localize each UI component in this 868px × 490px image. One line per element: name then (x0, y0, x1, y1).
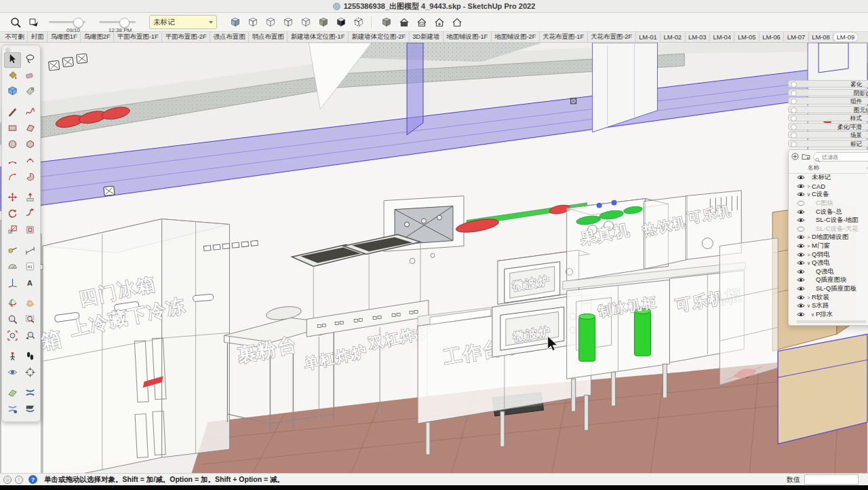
section-toggle[interactable] (791, 124, 797, 130)
shadow-toggle-button[interactable] (24, 14, 42, 31)
tag-row-Q弱电[interactable]: >Q弱电 (789, 250, 868, 259)
style-xray-button[interactable] (244, 14, 262, 31)
section-toggle[interactable] (791, 132, 797, 138)
geolocation-icon[interactable]: ◎ (3, 476, 12, 484)
dimension-tool[interactable] (22, 244, 39, 259)
push-pull-tool[interactable] (22, 191, 39, 206)
scene-tab-新建墙体定位图-2F[interactable]: 新建墙体定位图-2F (349, 32, 410, 42)
style-hidden-line-button[interactable] (297, 14, 315, 31)
visibility-eye-icon[interactable] (797, 209, 806, 215)
disclosure-expanded-icon[interactable]: ∨ (810, 312, 816, 318)
model-box-button[interactable] (378, 14, 395, 31)
3-point-arc-tool[interactable] (4, 170, 21, 186)
rotated-rectangle-tool[interactable] (22, 121, 39, 137)
add-tag-folder-button[interactable] (802, 151, 810, 163)
scene-tab-天花布置图-2F[interactable]: 天花布置图-2F (588, 32, 636, 42)
tray-section-组件[interactable]: 组件 (788, 97, 868, 105)
scene-tab-LM-01[interactable]: LM-01 (636, 33, 660, 41)
tray-section-样式[interactable]: 样式 (788, 114, 868, 121)
tags-name-header[interactable]: 名称 ^ (789, 164, 868, 174)
section-toggle[interactable] (791, 141, 797, 147)
tag-row-Q插座图块[interactable]: Q插座图块 (789, 276, 868, 285)
section-toggle[interactable] (791, 107, 797, 113)
section-fill-tool[interactable] (22, 402, 39, 418)
rotate-tool[interactable] (4, 207, 21, 223)
tray-section-柔化/平滑[interactable]: 柔化/平滑 (788, 123, 868, 130)
scene-tab-弱点布置图[interactable]: 弱点布置图 (249, 32, 288, 42)
tag-row-SL-C设备-地面[interactable]: SL-C设备-地面 (789, 216, 868, 225)
section-toggle[interactable] (791, 115, 797, 121)
section-cuts-tool[interactable] (4, 402, 21, 418)
tag-row-SL-Q插座面板[interactable]: SL-Q插座面板 (789, 284, 868, 293)
credits-icon[interactable]: i (15, 476, 23, 484)
axes-tool[interactable] (4, 276, 21, 292)
text-tool[interactable]: A1 (22, 260, 39, 276)
visibility-eye-icon[interactable] (797, 269, 806, 275)
tag-row-R软装[interactable]: >R软装 (789, 293, 868, 302)
disclosure-expanded-icon[interactable]: ∨ (806, 303, 812, 309)
3d-text-tool[interactable]: A (22, 276, 39, 292)
zoom-extents-tool[interactable] (4, 329, 21, 345)
look-around-tool[interactable] (4, 366, 21, 381)
scene-tab-LM-06[interactable]: LM-06 (760, 33, 784, 41)
zoom-tool-button[interactable] (7, 14, 24, 31)
2-point-arc-tool[interactable] (22, 154, 39, 170)
measurements-input[interactable] (804, 474, 859, 485)
visibility-eye-icon[interactable] (797, 234, 806, 240)
style-shaded-button[interactable] (315, 14, 332, 31)
tag-row-D地面铺设图[interactable]: >D地面铺设图 (789, 233, 868, 242)
disclosure-expanded-icon[interactable]: ∨ (806, 260, 812, 266)
move-tool[interactable] (4, 191, 21, 206)
scene-tab-新建墙体定位图-1F[interactable]: 新建墙体定位图-1F (288, 32, 349, 42)
tag-row-S水路[interactable]: ∨S水路 (789, 301, 868, 310)
scene-tab-LM-09[interactable]: LM-09 (833, 33, 857, 41)
visibility-eye-icon[interactable] (797, 243, 806, 249)
palette-close-dot[interactable] (5, 48, 10, 52)
scene-tab-平面布置图-2F[interactable]: 平面布置图-2F (162, 32, 210, 42)
tag-row-C设备[interactable]: ∨C设备 (789, 191, 868, 200)
shadow-time-slider[interactable]: 12:38 PM (99, 21, 136, 23)
follow-me-tool[interactable] (22, 207, 39, 223)
view-home-add-button[interactable] (431, 14, 448, 31)
tag-row-C设备-总[interactable]: C设备-总 (789, 208, 868, 216)
section-toggle[interactable] (791, 98, 797, 105)
tag-row-未标记[interactable]: 未标记 (789, 174, 868, 183)
scene-tab-地面铺设图-1F[interactable]: 地面铺设图-1F (443, 32, 492, 42)
view-home-roof-button[interactable] (413, 14, 431, 31)
tag-row-CAD[interactable]: >CAD (789, 182, 868, 191)
eraser-tool[interactable] (22, 69, 39, 84)
scene-tab-LM-05[interactable]: LM-05 (734, 33, 759, 41)
scale-tool[interactable] (4, 223, 21, 239)
tray-section-场景[interactable]: 场景 (788, 131, 868, 138)
scene-tab-封面[interactable]: 封面 (28, 32, 47, 42)
style-monochrome-button[interactable] (332, 14, 350, 31)
line-tool[interactable] (4, 105, 21, 121)
tape-measure-tool[interactable] (4, 244, 21, 259)
disclosure-collapsed-icon[interactable]: > (806, 295, 812, 301)
visibility-eye-icon[interactable] (797, 312, 806, 318)
tag-filter-input[interactable] (813, 152, 868, 162)
active-tag-dropdown[interactable]: 未标记 (149, 15, 217, 29)
tray-section-图元信息[interactable]: 图元信息 (788, 106, 868, 113)
visibility-eye-icon[interactable] (797, 252, 806, 258)
scene-tab-LM-02[interactable]: LM-02 (660, 33, 685, 41)
arc-tool[interactable] (4, 154, 21, 170)
pie-tool[interactable] (22, 170, 39, 186)
select-tool[interactable] (4, 52, 21, 68)
scene-tab-LM-08[interactable]: LM-08 (809, 33, 833, 41)
visibility-eye-icon[interactable] (797, 295, 806, 301)
tag-row-SL-C设备-天花[interactable]: SL-C设备-天花 (789, 225, 868, 233)
visibility-eye-icon[interactable] (797, 183, 806, 189)
view-home-outline-button[interactable] (448, 14, 466, 31)
visibility-eye-icon[interactable] (797, 303, 806, 309)
polygon-tool[interactable] (22, 138, 39, 153)
scene-tab-地面铺设图-2F[interactable]: 地面铺设图-2F (492, 32, 540, 42)
scene-tab-LM-04[interactable]: LM-04 (710, 33, 734, 41)
style-back-edges-button[interactable] (262, 14, 279, 31)
disclosure-collapsed-icon[interactable]: > (806, 252, 812, 258)
zoom-previous-tool[interactable] (22, 329, 39, 345)
tag-row-Q强电[interactable]: ∨Q强电 (789, 259, 868, 267)
model-canvas[interactable]: 四门冰箱 上冷藏下冷冻 箱 裹粉台 (0, 43, 868, 473)
visibility-hidden-icon[interactable] (797, 226, 806, 232)
circle-tool[interactable] (4, 138, 21, 153)
